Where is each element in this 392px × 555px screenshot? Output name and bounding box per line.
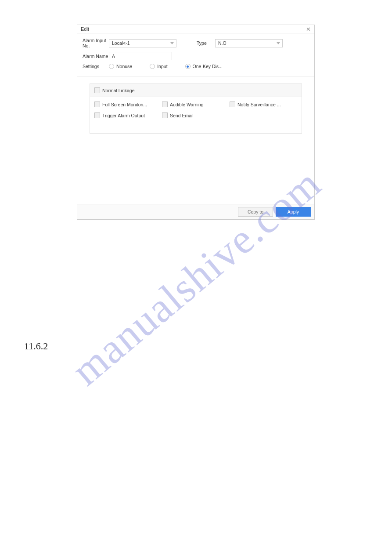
linkage-header: Normal Linkage bbox=[90, 84, 302, 97]
form-area: Alarm Input No. Local<-1 Type N.O Alarm … bbox=[77, 33, 314, 76]
checkbox-trigger[interactable] bbox=[94, 112, 100, 118]
type-value: N.O bbox=[218, 40, 227, 46]
settings-radio-nonuse[interactable]: Nonuse bbox=[109, 64, 132, 69]
alarm-input-no-select[interactable]: Local<-1 bbox=[109, 39, 176, 47]
radio-icon bbox=[109, 64, 114, 69]
settings-radio-input[interactable]: Input bbox=[150, 64, 167, 69]
copy-to-button[interactable]: Copy to bbox=[238, 207, 273, 217]
type-label: Type bbox=[197, 40, 215, 46]
close-icon[interactable]: ✕ bbox=[306, 26, 311, 32]
audible-label: Audible Warning bbox=[170, 102, 204, 107]
linkage-panel: Normal Linkage Full Screen Monitori... A… bbox=[90, 83, 302, 134]
dialog-spacer bbox=[77, 134, 314, 204]
email-label: Send Email bbox=[170, 113, 194, 118]
linkage-body: Full Screen Monitori... Audible Warning … bbox=[90, 97, 302, 133]
alarm-name-input[interactable] bbox=[109, 52, 172, 60]
section-number: 11.6.2 bbox=[24, 341, 48, 352]
alarm-input-no-label: Alarm Input No. bbox=[83, 38, 109, 48]
alarm-name-label: Alarm Name bbox=[83, 54, 109, 59]
dialog-footer: Copy to Apply bbox=[77, 204, 314, 219]
radio-icon bbox=[185, 64, 191, 69]
settings-label: Settings bbox=[83, 64, 109, 69]
radio-label-input: Input bbox=[157, 64, 167, 69]
radio-icon bbox=[150, 64, 155, 69]
alarm-input-no-value: Local<-1 bbox=[112, 40, 130, 46]
settings-radio-onekey[interactable]: One-Key Dis... bbox=[185, 64, 223, 69]
dialog-titlebar: Edit ✕ bbox=[77, 25, 314, 33]
checkbox-full-screen[interactable] bbox=[94, 102, 100, 107]
checkbox-normal-linkage[interactable] bbox=[94, 87, 100, 93]
checkbox-audible[interactable] bbox=[162, 102, 168, 107]
type-select[interactable]: N.O bbox=[215, 39, 283, 47]
checkbox-notify[interactable] bbox=[230, 102, 235, 107]
normal-linkage-label: Normal Linkage bbox=[102, 88, 135, 93]
dialog-title: Edit bbox=[81, 26, 89, 32]
trigger-label: Trigger Alarm Output bbox=[102, 113, 145, 118]
radio-label-nonuse: Nonuse bbox=[116, 64, 132, 69]
notify-label: Notify Surveillance ... bbox=[237, 102, 281, 107]
checkbox-email[interactable] bbox=[162, 112, 168, 118]
edit-dialog: Edit ✕ Alarm Input No. Local<-1 Type N.O… bbox=[77, 25, 315, 220]
apply-button[interactable]: Apply bbox=[276, 207, 311, 217]
radio-label-onekey: One-Key Dis... bbox=[193, 64, 223, 69]
full-screen-label: Full Screen Monitori... bbox=[102, 102, 147, 107]
